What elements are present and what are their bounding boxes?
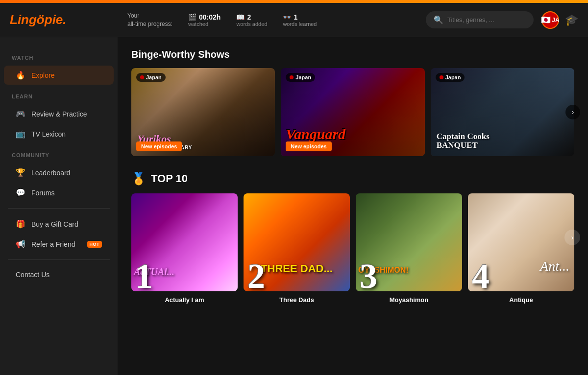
card-title-4: Antique [468,296,574,304]
explore-icon: 🔥 [16,70,25,80]
sidebar: WATCH 🔥 Explore LEARN 🎮 Review & Practic… [0,37,118,375]
refer-icon: 📢 [16,239,25,249]
japan-badge-1: Japan [136,73,166,82]
japan-badge-2: Japan [286,73,315,82]
japan-text-3: Japan [445,74,461,80]
binge-section-title: Binge-Worthy Shows [131,49,574,60]
antique-overlay: Ant... [540,258,569,274]
card-title-1: Actually I am [131,296,238,304]
japan-text: Japan [146,74,162,80]
review-icon: 🎮 [16,109,25,118]
search-bar[interactable]: 🔍 [426,11,534,28]
rank-1: 1 [135,258,153,291]
avatar-initials: JA [552,17,559,23]
show-card-yurikos[interactable]: Japan Yurikos BARENAKED DIARY New episod… [131,68,275,156]
explore-label: Explore [31,71,54,79]
top10-row: AcTUAl... 1 Actually I am THREE DAD... 2… [131,193,574,304]
shows-next-arrow[interactable]: › [565,105,580,119]
main-layout: WATCH 🔥 Explore LEARN 🎮 Review & Practic… [0,37,588,375]
vanguard-title: Vanguard [286,127,345,141]
progress-watched: 🎬 00:02h watched [188,13,220,27]
sidebar-item-leaderboard[interactable]: 🏆 Leaderboard [4,163,114,182]
community-section-label: COMMUNITY [0,144,118,162]
sidebar-item-refer[interactable]: 📢 Refer a Friend HOT [4,234,114,254]
watched-value: 🎬 00:02h [188,13,220,21]
new-episodes-badge-2: New episodes [286,141,331,151]
graduation-icon[interactable]: 🎓 [565,14,578,26]
sidebar-divider-2 [8,259,110,260]
gift-icon: 🎁 [16,219,25,229]
leaderboard-icon: 🏆 [16,168,25,177]
sidebar-divider [8,208,110,209]
sidebar-item-lexicon[interactable]: 📺 TV Lexicon [4,124,114,143]
progress-words-added: 📖 2 words added [236,13,267,27]
progress-words-learned: 👓 1 words learned [283,13,317,27]
rank-3: 3 [360,258,377,291]
avatar[interactable]: 🇯🇵 JA [541,11,559,29]
captain-title: Captain CooksBANQUET [437,132,490,150]
words-added-value: 📖 2 [236,13,251,21]
japan-text-2: Japan [295,74,311,80]
watch-section-label: WATCH [0,47,118,65]
hot-badge: HOT [87,241,102,248]
leaderboard-label: Leaderboard [31,169,70,177]
sidebar-item-contact[interactable]: Contact Us [4,266,114,283]
sidebar-item-gift[interactable]: 🎁 Buy a Gift Card [4,214,114,234]
avatar-flag: 🇯🇵 [541,15,551,24]
review-label: Review & Practice [31,110,87,118]
show-card-captain[interactable]: Japan Captain CooksBANQUET [431,68,574,156]
watch-icon: 🎬 [188,13,196,21]
card-title-3: Moyashimon [356,296,462,304]
search-input[interactable] [447,16,526,23]
top10-card-img-4: Ant... 4 [468,193,574,291]
top10-card-2[interactable]: THREE DAD... 2 Three Dads [244,193,350,304]
top10-card-3[interactable]: OYASHIMON! 3 Moyashimon [356,193,462,304]
forums-label: Forums [31,189,54,197]
forums-icon: 💬 [16,188,25,197]
words-added-label: words added [236,21,267,27]
top10-title: TOP 10 [151,172,188,185]
refer-label: Refer a Friend [31,240,75,248]
words-icon: 📖 [236,13,245,21]
words-learned-label: words learned [283,21,317,27]
learn-section-label: LEARN [0,86,118,103]
sidebar-item-explore[interactable]: 🔥 Explore [4,66,114,85]
japan-dot-3 [440,75,443,79]
show-card-vanguard[interactable]: Japan Vanguard New episodes [281,68,424,156]
top10-card-img-2: THREE DAD... 2 [244,193,350,291]
top10-header: 🏅 TOP 10 [131,172,574,186]
search-icon: 🔍 [434,15,443,24]
header: Lingöpie. Your all-time progress: 🎬 00:0… [0,3,588,37]
top10-next-arrow[interactable]: › [564,230,580,245]
learned-icon: 👓 [283,13,291,21]
gift-label: Buy a Gift Card [31,220,78,228]
top10-card-img-3: OYASHIMON! 3 [356,193,462,291]
progress-label: Your all-time progress: [127,12,172,28]
top10-card-4[interactable]: Ant... 4 Antique [468,193,574,304]
header-right: 🇯🇵 JA 🎓 [541,11,578,29]
logo[interactable]: Lingöpie. [10,12,127,27]
new-episodes-badge-1: New episodes [136,141,182,151]
japan-dot-2 [290,75,294,79]
top10-card-img-1: AcTUAl... 1 [131,193,238,291]
progress-section: Your all-time progress: 🎬 00:02h watched… [127,12,426,28]
shows-row: Japan Yurikos BARENAKED DIARY New episod… [131,68,574,156]
card-title-2: Three Dads [244,296,350,304]
rank-2: 2 [247,258,265,291]
rank-4: 4 [472,258,490,291]
main-content: Binge-Worthy Shows Japan Yurikos BARENAK… [118,37,588,375]
contact-label: Contact Us [16,271,49,279]
watched-label: watched [188,21,208,27]
sidebar-item-review[interactable]: 🎮 Review & Practice [4,104,114,123]
lexicon-icon: 📺 [16,129,25,139]
sidebar-item-forums[interactable]: 💬 Forums [4,183,114,202]
lexicon-label: TV Lexicon [31,130,66,138]
trophy-icon: 🏅 [131,172,146,186]
top10-card-1[interactable]: AcTUAl... 1 Actually I am [131,193,238,304]
vanguard-title-overlay: Vanguard [286,127,345,141]
captain-title-overlay: Captain CooksBANQUET [437,132,490,150]
japan-badge-3: Japan [436,73,465,82]
japan-dot [140,75,144,79]
words-learned-value: 👓 1 [283,13,297,21]
